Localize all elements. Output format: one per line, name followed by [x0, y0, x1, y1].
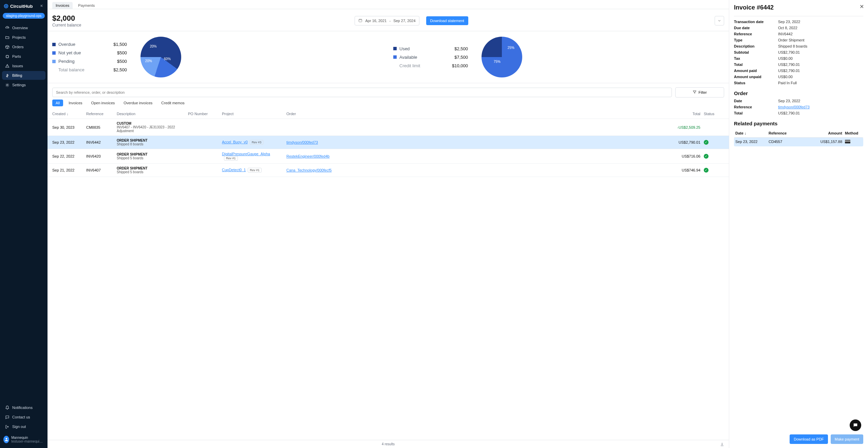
download-pdf-button[interactable]: Download as PDF [790, 434, 828, 444]
invoice-drawer: ✕ Invoice #6442 Transaction dateSep 23, … [729, 0, 868, 448]
kv-row: Transaction dateSep 23, 2022 [734, 20, 863, 24]
user-block[interactable]: Mannequin testuser-mannequin@circ… [2, 434, 45, 445]
help-fab[interactable] [850, 419, 861, 431]
payments-header: Date ↓ReferenceAmountMethod [734, 129, 863, 138]
legend-value: $500 [117, 50, 127, 55]
legend-swatch [393, 55, 397, 59]
cell-total: US$746.94 [673, 168, 700, 172]
cell-total: US$716.06 [673, 154, 700, 158]
order-link[interactable]: timdyson/000fed73 [286, 140, 318, 144]
column-header[interactable]: PO Number [188, 112, 219, 116]
sidebar-item-notifications[interactable]: Notifications [2, 403, 45, 412]
kv-value: US$2,790.01 [778, 69, 863, 73]
kv-value: US$2,790.01 [778, 62, 863, 67]
env-pill: staging-playground-ops [3, 13, 45, 19]
column-header[interactable]: Total [673, 112, 700, 116]
payments-column-header: Amount [815, 131, 842, 135]
kv-value: US$2,790.01 [778, 111, 863, 115]
sidebar-item-label: Issues [12, 64, 23, 68]
column-header[interactable]: Project [222, 112, 283, 116]
cell-project: DigitalPressureGauge_AlphaRev #1 [222, 152, 283, 161]
chip-invoices[interactable]: Invoices [65, 100, 86, 106]
payments-column-header: Method [845, 131, 862, 135]
box-icon [5, 44, 10, 49]
kv-row: TypeOrder Shipment [734, 38, 863, 42]
kv-value: Sep 23, 2022 [778, 20, 863, 24]
sidebar-item-overview[interactable]: Overview [2, 23, 45, 32]
avatar [3, 436, 9, 443]
cell-description: ORDER SHIPMENTShipped 5 boards [117, 166, 185, 174]
filter-button[interactable]: Filter [675, 87, 724, 97]
cell-status: ✓ [704, 154, 724, 159]
column-header[interactable]: Created ↓ [52, 112, 83, 116]
column-header[interactable]: Description [117, 112, 185, 116]
chip-all[interactable]: All [52, 100, 63, 106]
order-ref-link[interactable]: timdyson/000fed73 [778, 105, 810, 109]
legend-footer: Total balance$2,500 [52, 67, 127, 72]
kv-row: ReferenceINV6442 [734, 32, 863, 36]
main: InvoicesPayments $2,000 Current balance … [48, 0, 729, 448]
tab-invoices[interactable]: Invoices [52, 2, 73, 9]
close-drawer-icon[interactable]: ✕ [860, 3, 864, 10]
table-row[interactable]: Sep 21, 2022 INV6407 ORDER SHIPMENTShipp… [48, 164, 729, 177]
cell-total: US$2,790.01 [673, 140, 700, 144]
make-payment-button[interactable]: Make payment [831, 434, 863, 444]
column-header[interactable]: Order [286, 112, 361, 116]
order-heading: Order [734, 90, 863, 96]
cell-project: Accel_Buoy_v0Rev #3 [222, 140, 283, 145]
payment-row[interactable]: Sep 23, 2022 CD4557 US$1,157.88 [734, 138, 863, 146]
table-row[interactable]: Sep 30, 2023 CM8835 CUSTOMINV6407 - INV6… [48, 119, 729, 136]
tab-payments[interactable]: Payments [75, 2, 98, 9]
kv-value: US$0.00 [778, 56, 863, 60]
project-link[interactable]: CupDetect0_1 [222, 168, 246, 172]
sidebar-item-projects[interactable]: Projects [2, 33, 45, 42]
pie-slice-label: 20% [150, 44, 157, 48]
status-ok-icon: ✓ [704, 140, 709, 145]
column-header[interactable]: Status [704, 112, 724, 116]
table-row[interactable]: Sep 23, 2022 INV6442 ORDER SHIPMENTShipp… [48, 136, 729, 149]
bell-icon [5, 405, 10, 410]
sidebar-item-orders[interactable]: Orders [2, 42, 45, 51]
logo-icon [3, 3, 9, 9]
kv-key: Amount unpaid [734, 75, 778, 79]
sidebar-item-label: Orders [12, 45, 24, 49]
kv-key: Total [734, 62, 778, 67]
chip-icon [5, 54, 10, 59]
project-link[interactable]: DigitalPressureGauge_Alpha [222, 152, 270, 156]
collapse-sidebar-icon[interactable] [40, 4, 44, 9]
sidebar-item-sign-out[interactable]: Sign out [2, 422, 45, 431]
date-range-picker[interactable]: Apr 16, 2021 - Sep 27, 2024 [355, 16, 419, 25]
legend-row: Pending$500 [52, 59, 127, 64]
sidebar: CircuitHub staging-playground-ops Overvi… [0, 0, 48, 448]
sidebar-item-issues[interactable]: Issues [2, 61, 45, 70]
order-link[interactable]: RestekEngineer/000fed4b [286, 154, 329, 158]
svg-point-1 [5, 438, 7, 440]
legend-value: $500 [117, 59, 127, 64]
sidebar-item-settings[interactable]: Settings [2, 80, 45, 89]
sidebar-item-billing[interactable]: Billing [2, 71, 45, 80]
project-link[interactable]: Accel_Buoy_v0 [222, 140, 248, 144]
order-details: DateSep 23, 2022Referencetimdyson/000fed… [734, 99, 863, 115]
cell-order: Cana_Technology/000fecf5 [286, 168, 361, 172]
kv-row: TaxUS$0.00 [734, 56, 863, 60]
order-link[interactable]: Cana_Technology/000fecf5 [286, 168, 332, 172]
sidebar-item-parts[interactable]: Parts [2, 52, 45, 61]
user-name: Mannequin [11, 436, 44, 440]
results-count: 4 results [382, 442, 395, 446]
kv-value: US$2,790.01 [778, 50, 863, 54]
chip-credit-memos[interactable]: Credit memos [158, 100, 188, 106]
cell-created: Sep 23, 2022 [52, 140, 83, 144]
expand-summary-button[interactable] [715, 16, 724, 25]
table-row[interactable]: Sep 22, 2022 INV6420 ORDER SHIPMENTShipp… [48, 149, 729, 164]
column-header[interactable]: Reference [86, 112, 113, 116]
search-input[interactable] [52, 88, 672, 97]
kv-value: timdyson/000fed73 [778, 105, 863, 109]
download-statement-button[interactable]: Download statement [426, 16, 468, 25]
download-csv-icon[interactable] [720, 442, 724, 447]
cell-reference: INV6420 [86, 154, 113, 158]
chip-overdue-invoices[interactable]: Overdue invoices [120, 100, 156, 106]
chip-open-invoices[interactable]: Open invoices [88, 100, 118, 106]
legend-label: Pending [58, 59, 75, 64]
sidebar-item-contact-us[interactable]: Contact us [2, 413, 45, 422]
pie-slice-label: 60% [164, 57, 171, 61]
